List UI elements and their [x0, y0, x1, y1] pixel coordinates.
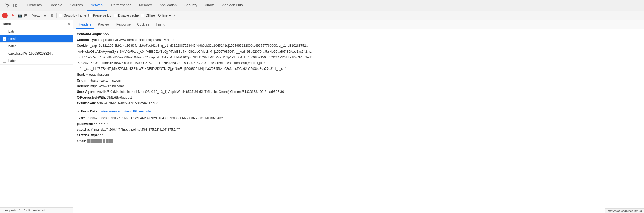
- xsrf-value: 3933623632303730 2d616635612d346232392d6…: [87, 116, 223, 121]
- offline-checkbox[interactable]: [141, 14, 144, 17]
- form-data-section-title: ▼ Form Data view source view URL encoded: [77, 109, 641, 114]
- tab-console[interactable]: Console: [45, 0, 66, 11]
- request-name-email: email: [8, 37, 70, 41]
- throttle-dropdown-arrow[interactable]: ▾: [174, 14, 176, 17]
- tab-performance[interactable]: Performance: [107, 0, 135, 11]
- name-column-header: Name: [3, 22, 12, 26]
- captcha-type-value: cn: [100, 133, 103, 138]
- header-origin: Origin: https://www.zhihu.com: [77, 78, 641, 83]
- throttle-select[interactable]: Online: [157, 13, 172, 18]
- checkbox-batch-1[interactable]: [3, 30, 6, 33]
- form-data-password: password: •• •••• •: [77, 121, 641, 127]
- headers-content: Content-Length: 255 Content-Type: applic…: [73, 29, 644, 213]
- tab-response[interactable]: Response: [113, 21, 134, 29]
- form-data-captcha-type: captcha_type: cn: [77, 133, 641, 138]
- preserve-log-label[interactable]: Preserve log: [88, 14, 111, 17]
- header-cookie-cont1: AAKtoiwO8aAEAHyAmGynnSMVXeR/t; d_c0="ABB…: [77, 49, 641, 55]
- request-name-batch-2: batch: [8, 44, 70, 48]
- request-name-captcha: captcha.gif?r=150980263324...: [8, 52, 70, 55]
- request-name-batch-1: batch: [8, 30, 70, 33]
- tab-adblock[interactable]: Adblock Plus: [218, 0, 246, 11]
- header-requested-with: X-Requested-With: XMLHttpRequest: [77, 95, 641, 101]
- status-bar: 5 requests | 17.7 KB transferred: [0, 207, 73, 213]
- request-item-captcha[interactable]: captcha.gif?r=150980263324...: [0, 50, 73, 57]
- waterfall-view-icon[interactable]: ⊟: [49, 13, 54, 18]
- tab-application[interactable]: Application: [156, 0, 181, 11]
- view-label: View:: [32, 14, 40, 17]
- header-content-length: Content-Length: 255: [77, 32, 641, 37]
- inspect-icon[interactable]: [4, 2, 11, 9]
- view-source-link[interactable]: view source: [101, 109, 120, 114]
- main-layout: Name ✕ batch email batch captcha.gif?r=1…: [0, 20, 644, 213]
- offline-label[interactable]: Offline: [141, 14, 155, 17]
- form-data-captcha: captcha: {"img_size":[200,44],"input_poi…: [77, 127, 641, 133]
- tab-headers[interactable]: Headers: [76, 21, 94, 29]
- request-item-batch-1[interactable]: batch: [0, 28, 73, 35]
- header-xsrftoken: X-Xsrftoken: 93b62070-af5a-4b29-ad07-36f…: [77, 101, 641, 106]
- header-referer: Referer: https://www.zhihu.com/: [77, 83, 641, 89]
- request-item-email[interactable]: email: [0, 35, 73, 43]
- main-tabs: Elements Console Sources Network Perform…: [0, 0, 644, 11]
- disable-cache-label[interactable]: Disable cache: [114, 14, 139, 17]
- checkbox-batch-2[interactable]: [3, 45, 6, 48]
- preserve-log-checkbox[interactable]: [88, 14, 92, 17]
- tab-preview[interactable]: Preview: [94, 21, 113, 29]
- request-item-batch-3[interactable]: batch: [0, 57, 73, 65]
- form-data-xsrf: _xsrf: 3933623632303730 2d616635612d3462…: [77, 115, 641, 121]
- svg-rect-0: [14, 4, 16, 7]
- tab-elements[interactable]: Elements: [23, 0, 45, 11]
- filter-icon[interactable]: ⊞: [24, 13, 27, 18]
- detail-panel: Headers Preview Response Cookies Timing …: [73, 20, 644, 213]
- tab-cookies[interactable]: Cookies: [134, 21, 152, 29]
- header-content-type: Content-Type: application/x-www-form-url…: [77, 37, 641, 43]
- record-button[interactable]: [2, 13, 8, 18]
- svg-rect-1: [16, 5, 17, 7]
- view-url-encoded-link[interactable]: view URL encoded: [124, 109, 152, 114]
- request-item-batch-2[interactable]: batch: [0, 43, 73, 50]
- captcha-value: {"img_size":[200,44],"input_points":[[63…: [91, 127, 180, 132]
- detail-tabs: Headers Preview Response Cookies Timing: [73, 20, 644, 29]
- request-name-batch-3: batch: [8, 59, 70, 63]
- close-detail-button[interactable]: ✕: [67, 22, 70, 26]
- tab-timing[interactable]: Timing: [152, 21, 168, 29]
- screenshot-icon[interactable]: 📷: [17, 13, 22, 18]
- header-cookie-cont4: =1; l_cap_id="ZTBkNTljMjk2ZWMzNGFlNWFlND…: [77, 66, 641, 72]
- clear-button[interactable]: ⊘: [10, 13, 15, 18]
- tab-network[interactable]: Network: [87, 0, 108, 11]
- list-view-icon[interactable]: ≡: [43, 13, 47, 18]
- tab-security[interactable]: Security: [180, 0, 201, 11]
- request-list: batch email batch captcha.gif?r=15098026…: [0, 28, 73, 207]
- group-by-frame-checkbox[interactable]: [59, 14, 62, 17]
- bottom-url-bar: http://blog.csdn.net/1fm00: [605, 208, 644, 213]
- group-by-frame-label[interactable]: Group by frame: [59, 14, 86, 17]
- checkbox-email[interactable]: [3, 37, 6, 41]
- devtools-icons: [2, 0, 21, 11]
- header-cookie-cont3: 509802162.3; __utmb=51854390.0.10.150980…: [77, 60, 641, 66]
- checkbox-batch-3[interactable]: [3, 59, 6, 63]
- form-data-toggle[interactable]: ▼: [77, 109, 79, 114]
- password-value: •• •••• •: [94, 121, 109, 127]
- panel-header: Name ✕: [0, 20, 73, 28]
- request-list-panel: Name ✕ batch email batch captcha.gif?r=1…: [0, 20, 73, 213]
- email-value: █ █████ █.███: [87, 139, 113, 144]
- tab-sources[interactable]: Sources: [66, 0, 87, 11]
- checkbox-captcha[interactable]: [3, 52, 6, 55]
- device-toolbar-icon[interactable]: [12, 2, 19, 9]
- header-host: Host: www.zhihu.com: [77, 72, 641, 77]
- header-user-agent: User-Agent: Mozilla/5.0 (Macintosh; Inte…: [77, 89, 641, 95]
- tab-memory[interactable]: Memory: [135, 0, 156, 11]
- header-cookie: Cookie: _zap=9d321205-2b92-4a26-93fc-db6…: [77, 43, 641, 49]
- disable-cache-checkbox[interactable]: [114, 14, 117, 17]
- header-cookie-cont2: 5d1f11e6c5cdc1b9dd8c7855ee219a7c9de9cc4"…: [77, 55, 641, 60]
- tab-audits[interactable]: Audits: [201, 0, 218, 11]
- form-data-email: email: █ █████ █.███: [77, 138, 641, 144]
- network-toolbar: ⊘ 📷 ⊞ View: ≡ ⊟ Group by frame Preserve …: [0, 11, 644, 20]
